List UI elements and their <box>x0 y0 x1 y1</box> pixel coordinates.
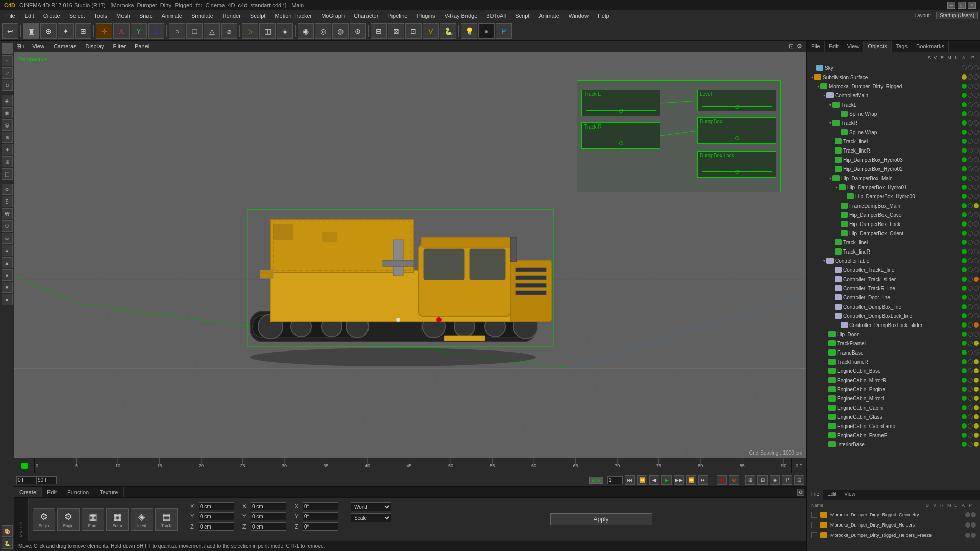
z-pos-input[interactable] <box>199 522 234 531</box>
menu-pipeline[interactable]: Pipeline <box>383 12 411 20</box>
object-list-item[interactable]: EngineCabin_FrameF <box>807 431 980 440</box>
attr-row-1[interactable]: Morooka_Dumper_Dirty_Rigged_Geometry <box>809 510 978 519</box>
viewport-menu-cameras[interactable]: Cameras <box>50 42 81 51</box>
icon-thumb-engin2[interactable]: ⚙ Engin <box>57 508 80 531</box>
obj-expand-arrow[interactable]: ▾ <box>829 121 831 126</box>
object-list-item[interactable]: Sky <box>807 63 980 72</box>
vray-button[interactable]: V <box>423 23 439 39</box>
viewport-menu-view[interactable]: View <box>28 42 48 51</box>
sidebar-icon-5[interactable]: ✦ <box>2 144 13 155</box>
x-rot-input[interactable] <box>303 502 338 510</box>
menu-tools[interactable]: Tools <box>90 12 111 20</box>
viewport-expand-icon[interactable]: ⊡ <box>789 43 794 50</box>
tool-2[interactable]: ◎ <box>315 23 331 39</box>
play-forward-button[interactable]: ▶▶ <box>674 475 684 485</box>
object-list-item[interactable]: Controller_DumpBoxLock_slider <box>807 320 980 330</box>
apply-button[interactable]: Apply <box>550 513 652 525</box>
python2-button[interactable]: P <box>496 23 512 39</box>
sidebar-icon-3[interactable]: ◎ <box>2 119 13 131</box>
right-tab-tags[interactable]: Tags <box>892 41 912 52</box>
viewport-menu-filter[interactable]: Filter <box>109 42 130 51</box>
key-mode-button[interactable]: ◈ <box>770 475 780 485</box>
viewport-corner-2[interactable]: □ <box>23 43 27 50</box>
obj-expand-arrow[interactable]: ▾ <box>829 103 831 107</box>
x-pos-input[interactable] <box>199 502 234 510</box>
prev-frame-button[interactable]: ⏪ <box>637 475 647 485</box>
menu-vray[interactable]: V-Ray Bridge <box>440 12 482 20</box>
goto-end-button[interactable]: ⏭ <box>698 475 708 485</box>
tab-function[interactable]: Function <box>62 487 94 497</box>
icon-thumb-track[interactable]: ▤ Track <box>155 508 178 531</box>
vray-sphere[interactable]: ● <box>478 23 495 39</box>
object-list-item[interactable]: ▾TrackR <box>807 118 980 128</box>
object-list-item[interactable]: Hip_Door <box>807 330 980 339</box>
menu-create[interactable]: Create <box>39 12 64 20</box>
sidebar-icon-11[interactable]: Ω <box>2 220 13 232</box>
object-list-item[interactable]: EngineCabin_Engine <box>807 385 980 394</box>
attr-row-2[interactable]: Morooka_Dumper_Dirty_Rigged_Helpers <box>809 520 978 530</box>
sidebar-move-tool[interactable]: ↔ <box>2 43 13 54</box>
menu-animate2[interactable]: Animate <box>534 12 563 20</box>
object-list-item[interactable]: Hip_DamperBox_Lock <box>807 219 980 229</box>
move-tool-button[interactable]: ✛ <box>96 23 112 39</box>
object-list-item[interactable]: Hip_DamperBox_Cover <box>807 210 980 219</box>
window-controls[interactable]: ─ □ ✕ <box>947 2 976 9</box>
object-list-item[interactable]: Controller_DumpBoxLock_line <box>807 311 980 320</box>
sidebar-icon-7[interactable]: ◫ <box>2 168 13 180</box>
object-list-item[interactable]: ▾ControllerMain <box>807 91 980 100</box>
frame-counter[interactable]: 90 F <box>589 477 603 484</box>
world-dropdown[interactable]: World <box>351 502 391 511</box>
paint-mode-button[interactable]: ✦ <box>58 23 74 39</box>
object-list-item[interactable]: TrackFrameL <box>807 339 980 348</box>
sidebar-icon-2[interactable]: ◉ <box>2 107 13 118</box>
object-list-item[interactable]: Controller_TrackR_line <box>807 284 980 293</box>
scale-dropdown[interactable]: Scale <box>351 513 391 522</box>
python-button[interactable]: 🐍 <box>440 23 456 39</box>
sidebar-icon-4[interactable]: ⊕ <box>2 132 13 143</box>
attr-checkbox-3[interactable] <box>811 532 817 538</box>
selection-mode-button[interactable]: P <box>782 475 792 485</box>
object-list-item[interactable]: FrameBase <box>807 348 980 357</box>
menu-edit[interactable]: Edit <box>20 12 38 20</box>
rect-selection[interactable]: □ <box>186 23 203 39</box>
y-pos-input[interactable] <box>199 512 234 520</box>
fps-input[interactable] <box>36 476 57 484</box>
object-list-item[interactable]: Spline Wrap··· <box>807 128 980 137</box>
viewport-menu-panel[interactable]: Panel <box>131 42 153 51</box>
timeline-track[interactable]: 0 5 10 15 20 25 30 35 40 <box>35 458 791 473</box>
render-view[interactable]: ◈ <box>277 23 293 39</box>
obj-expand-arrow[interactable]: ▾ <box>823 93 825 98</box>
menu-motion-tracker[interactable]: Motion Tracker <box>271 12 316 20</box>
restore-button[interactable]: □ <box>958 2 966 9</box>
object-list-item[interactable]: EngineCabin_CabinLamp <box>807 421 980 431</box>
node-trackr[interactable]: Track R <box>581 122 660 149</box>
tool-1[interactable]: ◉ <box>298 23 314 39</box>
obj-expand-arrow[interactable]: ▾ <box>836 185 838 190</box>
z-scale-input[interactable] <box>251 522 286 531</box>
icon-thumb-interl[interactable]: ◈ Interl <box>131 508 153 531</box>
attr-checkbox-1[interactable] <box>811 512 817 518</box>
object-list-item[interactable]: EngineCabin_MirrorL <box>807 394 980 403</box>
object-list-item[interactable]: Hip_DamperBox_Hydro03 <box>807 155 980 164</box>
sidebar-cursor-tool[interactable]: ↕ <box>2 55 13 66</box>
z-rot-input[interactable] <box>303 522 338 531</box>
obj-expand-arrow[interactable]: ▾ <box>823 259 825 263</box>
right-tab-view[interactable]: View <box>843 41 864 52</box>
undo-button[interactable]: ↩ <box>2 23 18 39</box>
object-list-item[interactable]: ▾Subdivision Surface <box>807 72 980 82</box>
close-button[interactable]: ✕ <box>968 2 976 9</box>
menu-simulate[interactable]: Simulate <box>187 12 217 20</box>
object-list-item[interactable]: ▾TrackL <box>807 100 980 109</box>
record-button[interactable]: ⏺ <box>717 475 727 485</box>
frame-step-input[interactable] <box>607 476 623 484</box>
right-tab-file[interactable]: File <box>807 41 825 52</box>
object-list-item[interactable]: Controller_Track_slider <box>807 274 980 284</box>
layer-button2[interactable]: ⊡ <box>405 23 422 39</box>
auto-key-button[interactable]: ⊕ <box>729 475 739 485</box>
object-list-item[interactable]: EngineCabin_Cabin <box>807 403 980 412</box>
object-list-item[interactable]: Track_lineR <box>807 146 980 155</box>
object-list-item[interactable]: EngineCabin_MirrorR <box>807 375 980 385</box>
right-tab-bookmarks[interactable]: Bookmarks <box>912 41 949 52</box>
sidebar-icon-10[interactable]: ₩ <box>2 208 13 219</box>
object-list-item[interactable]: Controller_TrackL_line <box>807 265 980 274</box>
